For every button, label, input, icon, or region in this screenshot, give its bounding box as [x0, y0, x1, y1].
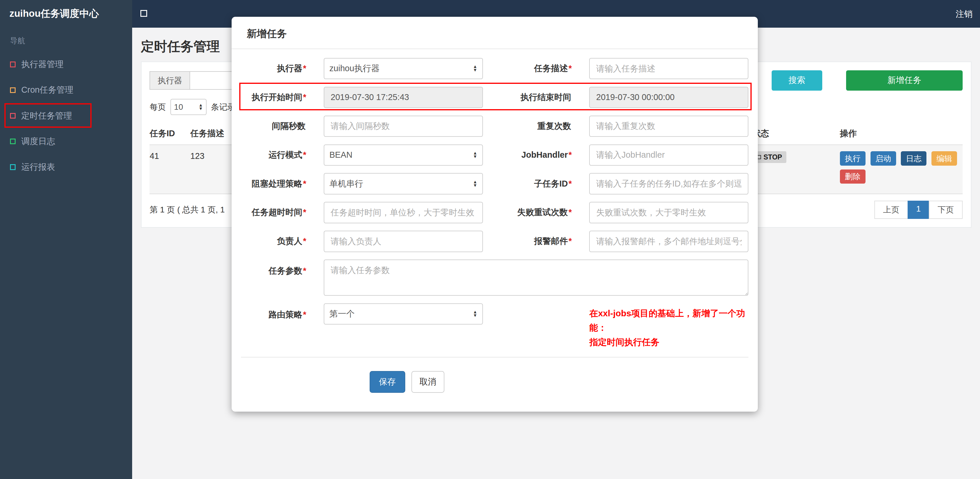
pagination: 上页 1 下页 — [875, 201, 963, 219]
square-icon — [10, 164, 16, 170]
repeat-count-label: 重复次数 — [483, 120, 589, 132]
start-time-label: 执行开始时间* — [241, 92, 324, 103]
end-time-label: 执行结束时间 — [483, 92, 589, 103]
jobhandler-label: JobHandler* — [483, 150, 589, 160]
modal-title: 新增任务 — [232, 17, 758, 49]
sidebar-item-label: 执行器管理 — [21, 59, 64, 70]
select-arrows-icon: ▲▼ — [473, 310, 477, 317]
select-value: 第一个 — [329, 308, 355, 320]
form-row: 执行开始时间* 执行结束时间 — [232, 87, 758, 108]
select-arrows-icon: ▲▼ — [199, 103, 203, 110]
block-strategy-label: 阻塞处理策略* — [241, 178, 324, 190]
save-button[interactable]: 保存 — [370, 371, 405, 393]
timeout-label: 任务超时时间* — [241, 207, 324, 218]
start-time-input[interactable] — [324, 87, 483, 108]
col-header-actions: 操作 — [840, 128, 963, 140]
repeat-count-input[interactable] — [589, 116, 748, 137]
cancel-button[interactable]: 取消 — [411, 371, 445, 393]
next-page-button[interactable]: 下页 — [929, 201, 963, 219]
route-strategy-select[interactable]: 第一个 ▲▼ — [324, 303, 483, 325]
per-page-select[interactable]: 10 ▲▼ — [170, 99, 207, 115]
form-row: 任务参数* — [232, 259, 758, 296]
select-value: 单机串行 — [329, 178, 363, 190]
col-header-status: 状态 — [752, 128, 840, 140]
form-row: 负责人* 报警邮件* — [232, 231, 758, 252]
start-button[interactable]: 启动 — [870, 151, 896, 166]
sidebar-item-label: Cron任务管理 — [21, 84, 73, 96]
job-params-label: 任务参数* — [241, 259, 324, 277]
select-arrows-icon: ▲▼ — [473, 180, 477, 187]
select-value: zuihou执行器 — [329, 63, 380, 75]
sidebar-item-run-report[interactable]: 运行报表 — [0, 154, 132, 180]
select-arrows-icon: ▲▼ — [473, 65, 477, 72]
log-button[interactable]: 日志 — [901, 151, 926, 166]
per-page-prefix: 每页 — [150, 102, 166, 112]
child-job-id-input[interactable] — [589, 173, 748, 194]
sidebar: 导航 执行器管理 Cron任务管理 定时任务管理 调度日志 运行报表 — [0, 28, 132, 479]
form-row: 任务超时时间* 失败重试次数* — [232, 202, 758, 223]
prev-page-button[interactable]: 上页 — [874, 201, 908, 219]
job-desc-input[interactable] — [589, 58, 748, 79]
sidebar-item-label: 定时任务管理 — [21, 110, 72, 122]
sidebar-toggle-icon[interactable] — [140, 10, 147, 17]
block-strategy-select[interactable]: 单机串行 ▲▼ — [324, 173, 483, 194]
sidebar-item-scheduled-task-management[interactable]: 定时任务管理 — [0, 103, 132, 129]
child-job-id-label: 子任务ID* — [483, 178, 589, 190]
modal-footer: 保存 取消 — [232, 358, 758, 412]
square-icon — [10, 62, 16, 67]
alarm-email-input[interactable] — [589, 231, 748, 252]
executor-filter-label: 执行器 — [150, 71, 189, 90]
jobhandler-input[interactable] — [589, 145, 748, 166]
retry-count-input[interactable] — [589, 202, 748, 223]
square-icon — [10, 113, 16, 119]
form-row: 路由策略* 第一个 ▲▼ 在xxl-jobs项目的基础上，新增了一个功能： 指定… — [232, 303, 758, 349]
timeout-input[interactable] — [324, 202, 483, 223]
alarm-email-label: 报警邮件* — [483, 236, 589, 247]
executor-label: 执行器* — [241, 63, 324, 75]
select-value: 10 — [174, 102, 183, 112]
sidebar-item-label: 调度日志 — [21, 136, 55, 147]
job-params-textarea[interactable] — [324, 259, 748, 296]
pagination-summary: 第 1 页 ( 总共 1 页, 1 — [150, 204, 224, 215]
app-window: zuihou任务调度中心 注销 导航 执行器管理 Cron任务管理 定时任务管理… — [0, 0, 980, 479]
square-icon — [10, 88, 16, 93]
app-brand: zuihou任务调度中心 — [0, 0, 132, 28]
end-time-input[interactable] — [589, 87, 748, 108]
form-row: 运行模式* BEAN ▲▼ JobHandler* — [232, 145, 758, 166]
select-value: BEAN — [329, 150, 352, 160]
delete-button[interactable]: 删除 — [840, 169, 865, 184]
retry-count-label: 失败重试次数* — [483, 207, 589, 218]
logout-link[interactable]: 注销 — [956, 8, 972, 20]
interval-seconds-input[interactable] — [324, 116, 483, 137]
run-button[interactable]: 执行 — [840, 151, 865, 166]
col-header-job-id: 任务ID — [150, 128, 190, 140]
search-button[interactable]: 搜索 — [772, 70, 822, 91]
form-row: 阻塞处理策略* 单机串行 ▲▼ 子任务ID* — [232, 173, 758, 194]
job-desc-label: 任务描述* — [483, 63, 589, 75]
sidebar-section-label: 导航 — [0, 28, 132, 52]
add-task-button[interactable]: 新增任务 — [846, 70, 963, 91]
cell-job-id: 41 — [150, 151, 190, 161]
sidebar-item-executor-management[interactable]: 执行器管理 — [0, 51, 132, 77]
owner-input[interactable] — [324, 231, 483, 252]
sidebar-item-dispatch-log[interactable]: 调度日志 — [0, 129, 132, 154]
owner-label: 负责人* — [241, 236, 324, 247]
sidebar-item-cron-task-management[interactable]: Cron任务管理 — [0, 77, 132, 103]
interval-seconds-label: 间隔秒数 — [241, 120, 324, 132]
cell-actions: 执行 启动 日志 编辑 删除 — [840, 151, 963, 188]
add-task-modal: 新增任务 执行器* zuihou执行器 ▲▼ 任务描述* 执行开始时间* 执行结… — [232, 17, 758, 411]
form-row: 执行器* zuihou执行器 ▲▼ 任务描述* — [232, 58, 758, 79]
square-icon — [10, 138, 16, 144]
page-1-button[interactable]: 1 — [908, 201, 930, 219]
route-strategy-label: 路由策略* — [241, 303, 324, 321]
run-mode-select[interactable]: BEAN ▲▼ — [324, 145, 483, 166]
select-arrows-icon: ▲▼ — [473, 151, 477, 158]
form-row: 间隔秒数 重复次数 — [232, 116, 758, 137]
feature-note: 在xxl-jobs项目的基础上，新增了一个功能： 指定时间执行任务 — [589, 306, 748, 349]
sidebar-item-label: 运行报表 — [21, 161, 55, 173]
run-mode-label: 运行模式* — [241, 149, 324, 161]
cell-status: STOP — [752, 151, 840, 163]
modal-body: 执行器* zuihou执行器 ▲▼ 任务描述* 执行开始时间* 执行结束时间 间… — [232, 49, 758, 349]
executor-select[interactable]: zuihou执行器 ▲▼ — [324, 58, 483, 79]
edit-button[interactable]: 编辑 — [931, 151, 957, 166]
